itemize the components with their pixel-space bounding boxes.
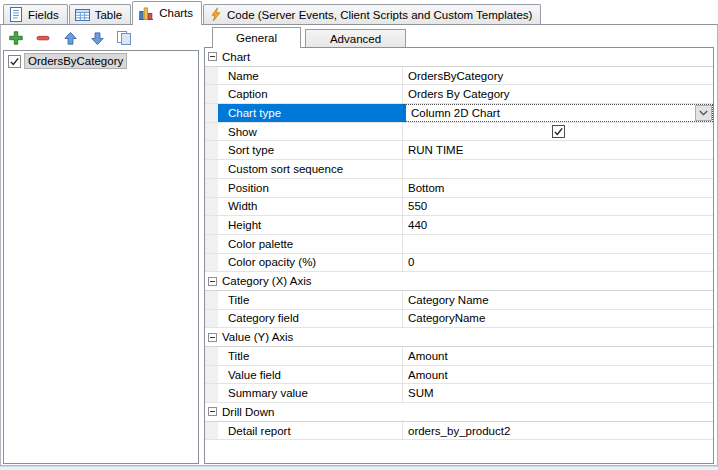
tab-fields[interactable]: Fields [3, 4, 68, 24]
property-value[interactable]: Orders By Category [403, 85, 713, 103]
row-indent [205, 422, 218, 440]
property-value[interactable]: Category Name [403, 291, 713, 309]
property-value[interactable]: CategoryName [403, 310, 713, 328]
property-row[interactable]: Color palette [205, 235, 713, 254]
property-value-text: OrdersByCategory [408, 70, 503, 82]
property-row[interactable]: TitleCategory Name [205, 291, 713, 310]
property-value-text: CategoryName [408, 312, 485, 324]
section-header[interactable]: Chart [205, 48, 713, 67]
property-row[interactable]: Show [205, 123, 713, 142]
property-row[interactable]: Sort typeRUN TIME [205, 141, 713, 160]
property-label[interactable]: Custom sort sequence [218, 160, 403, 178]
section-title: Chart [222, 51, 250, 63]
property-label[interactable]: Position [218, 179, 403, 197]
property-row[interactable]: Detail reportorders_by_product2 [205, 422, 713, 441]
property-value-text: RUN TIME [408, 144, 463, 156]
tab-charts[interactable]: Charts [132, 1, 202, 25]
property-label[interactable]: Detail report [218, 422, 403, 440]
charts-icon [138, 6, 154, 21]
property-value[interactable]: SUM [403, 384, 713, 402]
property-row[interactable]: Summary valueSUM [205, 384, 713, 403]
property-label[interactable]: Name [218, 67, 403, 85]
property-value[interactable]: 550 [403, 198, 713, 216]
section-header[interactable]: Drill Down [205, 403, 713, 422]
property-value[interactable] [403, 123, 713, 141]
duplicate-chart-button[interactable] [115, 29, 133, 47]
property-label[interactable]: Value field [218, 366, 403, 384]
row-indent [205, 123, 218, 141]
property-value[interactable]: Amount [403, 366, 713, 384]
property-value-text: Amount [408, 350, 448, 362]
add-chart-button[interactable] [7, 29, 25, 47]
property-row[interactable]: Width550 [205, 198, 713, 217]
property-label[interactable]: Chart type [218, 104, 403, 122]
property-value[interactable] [403, 235, 713, 253]
property-value[interactable]: RUN TIME [403, 141, 713, 159]
tab-label: Fields [28, 9, 59, 21]
row-indent [205, 141, 218, 159]
tab-code[interactable]: Code (Server Events, Client Scripts and … [203, 4, 541, 24]
property-value[interactable] [403, 160, 713, 178]
property-row[interactable]: PositionBottom [205, 179, 713, 198]
property-value-text: Bottom [408, 182, 444, 194]
section-header[interactable]: Category (X) Axis [205, 272, 713, 291]
property-label[interactable]: Title [218, 291, 403, 309]
property-value[interactable]: orders_by_product2 [403, 422, 713, 440]
property-label[interactable]: Category field [218, 310, 403, 328]
property-value[interactable]: Bottom [403, 179, 713, 197]
dropdown-button[interactable] [695, 105, 712, 121]
section-header[interactable]: Value (Y) Axis [205, 328, 713, 347]
property-row[interactable]: Custom sort sequence [205, 160, 713, 179]
property-row[interactable]: TitleAmount [205, 347, 713, 366]
property-value-text: 550 [408, 200, 427, 212]
property-value[interactable]: 440 [403, 216, 713, 234]
arrow-down-icon [90, 31, 105, 46]
tab-general[interactable]: General [212, 27, 301, 48]
property-label[interactable]: Height [218, 216, 403, 234]
tab-label: General [236, 32, 277, 44]
checkbox[interactable] [8, 55, 21, 68]
row-indent [205, 254, 218, 272]
property-value[interactable]: Column 2D Chart [403, 104, 713, 122]
fields-icon [9, 7, 23, 22]
collapse-icon [208, 277, 217, 286]
move-down-button[interactable] [88, 29, 106, 47]
code-icon [209, 7, 222, 22]
section-title: Value (Y) Axis [222, 331, 293, 343]
checkbox[interactable] [552, 125, 565, 138]
property-row[interactable]: Height440 [205, 216, 713, 235]
property-label[interactable]: Width [218, 198, 403, 216]
property-row[interactable]: NameOrdersByCategory [205, 67, 713, 86]
property-row[interactable]: Value fieldAmount [205, 366, 713, 385]
property-value-text: 0 [408, 256, 414, 268]
chart-list-item[interactable]: OrdersByCategory [5, 53, 197, 69]
property-label[interactable]: Summary value [218, 384, 403, 402]
report-designer-window: { "colors": { "selection": "#0078d7", "s… [0, 0, 718, 470]
property-value[interactable]: 0 [403, 254, 713, 272]
property-label[interactable]: Color palette [218, 235, 403, 253]
property-value[interactable]: OrdersByCategory [403, 67, 713, 85]
tab-label: Code (Server Events, Client Scripts and … [227, 9, 532, 21]
chart-list[interactable]: OrdersByCategory [3, 50, 199, 464]
row-indent [205, 366, 218, 384]
property-value-text: Orders By Category [408, 88, 510, 100]
tab-advanced[interactable]: Advanced [305, 29, 406, 47]
tab-table[interactable]: Table [69, 4, 132, 24]
property-row[interactable]: Color opacity (%)0 [205, 254, 713, 273]
section-title: Drill Down [222, 406, 274, 418]
property-row[interactable]: Category fieldCategoryName [205, 310, 713, 329]
property-label[interactable]: Sort type [218, 141, 403, 159]
property-label[interactable]: Caption [218, 85, 403, 103]
property-label[interactable]: Title [218, 347, 403, 365]
property-label[interactable]: Show [218, 123, 403, 141]
row-indent [205, 179, 218, 197]
remove-chart-button[interactable] [34, 29, 52, 47]
property-value[interactable]: Amount [403, 347, 713, 365]
property-row[interactable]: CaptionOrders By Category [205, 85, 713, 104]
arrow-up-icon [63, 31, 78, 46]
property-value-text: 440 [408, 219, 427, 231]
move-up-button[interactable] [61, 29, 79, 47]
property-value-text: Category Name [408, 294, 489, 306]
property-row[interactable]: Chart typeColumn 2D Chart [205, 104, 713, 123]
property-label[interactable]: Color opacity (%) [218, 254, 403, 272]
